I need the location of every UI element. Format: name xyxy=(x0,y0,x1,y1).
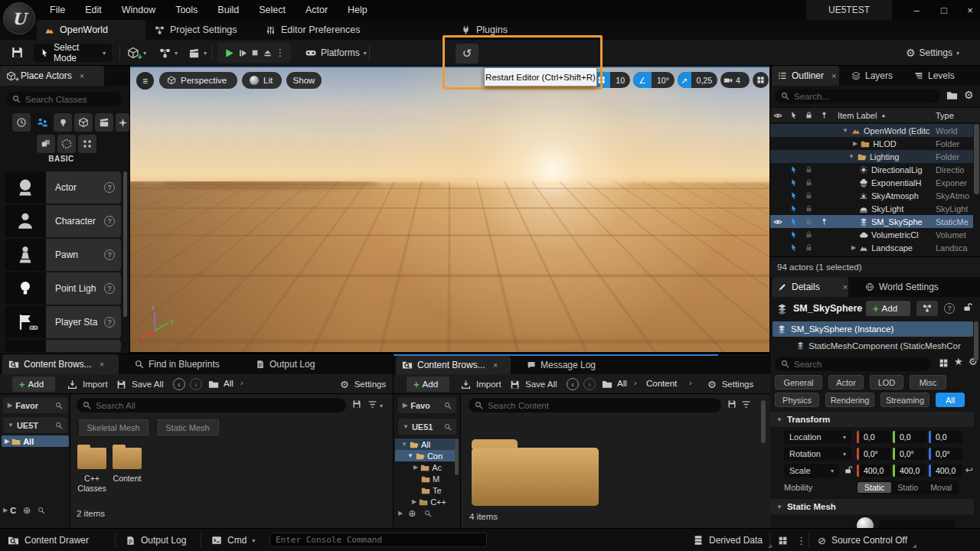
goto-cursor-icon[interactable] xyxy=(786,191,801,200)
close-icon[interactable]: × xyxy=(80,71,84,80)
cb1-search-input[interactable] xyxy=(96,401,340,410)
rotation-z-field[interactable]: 0,0° xyxy=(929,448,962,460)
add-actor-button[interactable]: + ▾ xyxy=(127,40,146,66)
viewport-show-button[interactable]: Show xyxy=(286,72,322,89)
save-search-icon[interactable] xyxy=(352,399,361,409)
rotation-snap-control[interactable]: ∠ 10° xyxy=(633,72,675,88)
tab-content-browser-2[interactable]: Content Brows... × xyxy=(396,356,511,374)
column-type-label[interactable]: Type xyxy=(936,111,954,120)
frame-skip-icon[interactable] xyxy=(238,48,248,58)
tab-layers[interactable]: Layers xyxy=(845,66,899,86)
search-icon[interactable] xyxy=(444,423,452,431)
outliner-row-skylight[interactable]: SkyLight SkyLight xyxy=(770,202,973,215)
location-dropdown[interactable]: Location▾ xyxy=(784,430,851,444)
lock-icon[interactable] xyxy=(801,243,816,252)
search-classes-input[interactable] xyxy=(25,95,116,104)
scale-z-field[interactable]: 400,0 xyxy=(929,465,962,477)
expander-icon[interactable]: ▼ xyxy=(842,127,848,134)
category-all-button[interactable] xyxy=(78,135,96,153)
maximize-button[interactable]: □ xyxy=(933,0,956,20)
progress-grid-button[interactable] xyxy=(778,529,788,551)
cb1-folder-all-selected[interactable]: ▶ All xyxy=(2,435,69,447)
filter-actor[interactable]: Actor xyxy=(828,375,864,390)
location-y-field[interactable]: 0,0 xyxy=(893,431,926,443)
place-item-point-light[interactable]: Point Ligh? xyxy=(5,272,121,305)
transform-section-header[interactable]: ▼ Transform xyxy=(770,412,974,427)
menu-actor[interactable]: Actor xyxy=(296,5,338,15)
cb1-filter-skeletal-mesh[interactable]: Skeletal Mesh xyxy=(77,419,149,435)
place-actors-scrollbar[interactable] xyxy=(123,171,127,317)
cb2-search-input[interactable] xyxy=(488,401,715,410)
cb2-settings-button[interactable]: ⚙Settings xyxy=(707,374,753,394)
search-icon[interactable] xyxy=(38,507,45,514)
cb2-breadcrumb-content[interactable]: Content xyxy=(646,379,677,388)
place-item-partial[interactable] xyxy=(5,340,121,352)
eye-icon[interactable] xyxy=(770,217,786,227)
outliner-row-sm-skysphere-selected[interactable]: SM_SkySphe StaticMe xyxy=(770,215,973,228)
source-control-button[interactable]: ⊘ Source Control Off ◢ xyxy=(818,529,916,551)
place-actors-search[interactable] xyxy=(6,92,122,106)
minimize-button[interactable]: – xyxy=(905,0,928,20)
cb2-sidebar-scrollbar[interactable] xyxy=(455,439,459,475)
category-volumes-button[interactable] xyxy=(57,135,76,153)
tab-world-settings[interactable]: World Settings xyxy=(859,277,945,297)
menu-edit[interactable]: Edit xyxy=(75,5,112,15)
cb2-collections-header[interactable]: ▶ ⊕ xyxy=(398,507,456,519)
cb2-project-header[interactable]: ▼UE51 xyxy=(398,419,456,435)
cb2-large-folder[interactable] xyxy=(472,448,599,506)
search-icon[interactable] xyxy=(444,402,452,409)
forward-icon[interactable]: › xyxy=(583,378,596,390)
tab-plugins[interactable]: Plugins xyxy=(453,20,515,40)
cb2-tree-item[interactable]: M xyxy=(395,473,456,484)
menu-file[interactable]: File xyxy=(40,5,75,15)
select-mode-dropdown[interactable]: Select Mode ▾ xyxy=(34,44,112,62)
scale-lock-icon[interactable] xyxy=(844,465,853,474)
outliner-row-landscape[interactable]: ▶Landscape Landsca xyxy=(770,241,973,254)
viewport-lit-button[interactable]: Lit xyxy=(242,72,282,89)
cb2-breadcrumb-all[interactable]: All xyxy=(617,379,627,388)
outliner-row-hlod[interactable]: ▶HLOD Folder xyxy=(770,137,973,150)
filter-streaming[interactable]: Streaming xyxy=(880,393,929,407)
cb2-scrollbar[interactable] xyxy=(761,400,766,443)
menu-window[interactable]: Window xyxy=(112,5,165,15)
statusbar-more-button[interactable]: ⋮ xyxy=(796,529,806,551)
outliner-row-lighting[interactable]: ▼Lighting Folder xyxy=(770,150,973,163)
cb2-import-button[interactable]: Import xyxy=(461,374,501,394)
mobility-movable[interactable]: Moval xyxy=(924,482,958,493)
menu-build[interactable]: Build xyxy=(207,5,249,15)
category-recent-button[interactable] xyxy=(12,113,31,132)
save-icon[interactable] xyxy=(11,46,24,59)
unreal-logo-icon[interactable]: U xyxy=(3,2,35,34)
tab-content-browser-1[interactable]: Content Brows... × xyxy=(2,354,119,374)
tab-editor-preferences[interactable]: Editor Preferences xyxy=(258,20,368,40)
outliner-row-volumetriccloud[interactable]: VolumetricCl Volumet xyxy=(770,228,973,241)
scale-dropdown[interactable]: Scale▾ xyxy=(784,464,839,478)
outliner-search-input[interactable] xyxy=(794,92,934,101)
back-icon[interactable]: ‹ xyxy=(567,378,579,390)
category-lights-button[interactable] xyxy=(54,113,72,132)
tab-details[interactable]: Details × xyxy=(772,277,848,297)
goto-cursor-icon[interactable] xyxy=(786,204,801,213)
help-icon[interactable]: ? xyxy=(104,182,115,193)
filter-misc[interactable]: Misc xyxy=(910,375,946,390)
level-viewport[interactable]: ≡ Perspective Lit Show 10 ∠ 10° ↗ 0,25 4… xyxy=(130,66,769,352)
outliner-row-directionallight[interactable]: DirectionalLig Directio xyxy=(770,163,973,176)
static-mesh-section-header[interactable]: ▼ Static Mesh xyxy=(770,499,974,514)
blueprint-convert-button[interactable] xyxy=(916,301,938,316)
goto-cursor-icon[interactable] xyxy=(786,165,801,174)
tab-output-log-1[interactable]: Output Log xyxy=(250,354,321,374)
rotation-dropdown[interactable]: Rotation▾ xyxy=(784,447,851,461)
camera-speed-control[interactable]: 4 xyxy=(720,72,750,88)
console-command-input[interactable] xyxy=(276,535,481,545)
eye-column-icon[interactable] xyxy=(770,111,786,120)
tab-project-settings[interactable]: Project Settings xyxy=(147,20,245,40)
favorites-star-icon[interactable]: ★ xyxy=(954,356,963,367)
back-icon[interactable]: ‹ xyxy=(173,378,185,390)
location-z-field[interactable]: 0,0 xyxy=(929,431,962,443)
close-icon[interactable]: × xyxy=(100,360,104,369)
close-icon[interactable]: × xyxy=(843,282,848,292)
eject-icon[interactable] xyxy=(263,48,273,58)
cb1-favorites-header[interactable]: ▶Favor xyxy=(3,397,67,413)
create-folder-icon[interactable] xyxy=(946,90,958,101)
search-icon[interactable] xyxy=(55,422,63,429)
